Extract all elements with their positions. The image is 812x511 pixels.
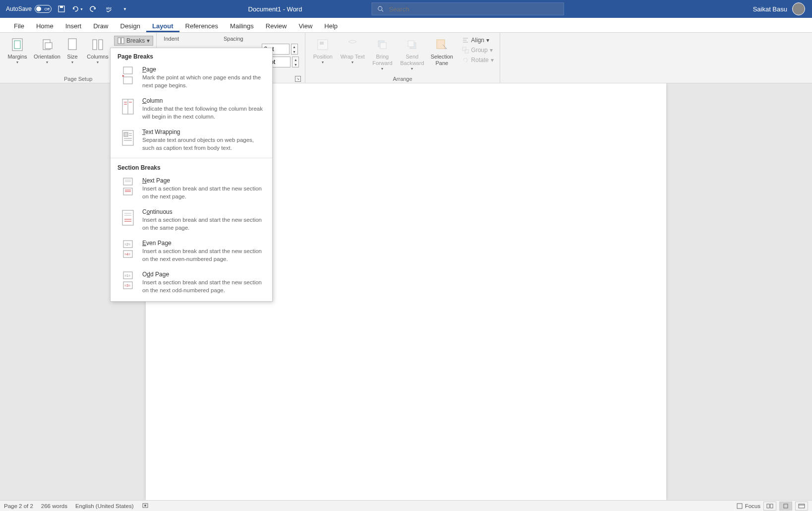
tab-review[interactable]: Review — [260, 19, 293, 32]
position-button: Position▾ — [308, 35, 337, 64]
view-print-layout[interactable] — [779, 502, 792, 511]
spacing-label: Spacing — [224, 36, 243, 42]
macro-recording-button[interactable] — [142, 502, 149, 510]
svg-rect-9 — [68, 39, 76, 50]
svg-rect-24 — [463, 47, 466, 51]
next-page-icon — [120, 177, 135, 196]
align-button[interactable]: Align▾ — [459, 36, 496, 45]
svg-rect-8 — [45, 43, 52, 49]
breaks-button[interactable]: Breaks ▾ — [114, 36, 153, 46]
page-break-icon — [120, 66, 135, 85]
user-name[interactable]: Saikat Basu — [753, 5, 787, 13]
autosave-toggle[interactable]: AutoSave Off — [6, 5, 52, 13]
columns-button[interactable]: Columns▾ — [83, 35, 112, 64]
user-avatar[interactable] — [792, 2, 805, 15]
save-icon — [58, 5, 65, 13]
spin-up[interactable]: ▲ — [291, 44, 297, 49]
document-title: Document1 - Word — [248, 5, 302, 13]
bring-forward-button: Bring Forward▾ — [368, 35, 397, 71]
tab-view[interactable]: View — [292, 19, 318, 32]
svg-text:=1=: =1= — [124, 274, 130, 277]
chevron-down-icon: ▼ — [80, 7, 83, 11]
break-item-continuous[interactable]: ContinuousInsert a section break and sta… — [111, 205, 272, 237]
chevron-down-icon: ▾ — [147, 37, 150, 44]
odd-page-icon: =1==3= — [120, 271, 135, 290]
tab-design[interactable]: Design — [115, 19, 146, 32]
redo-button[interactable] — [87, 3, 99, 15]
undo-button[interactable]: ▼ — [71, 3, 83, 15]
svg-point-59 — [144, 505, 146, 507]
tab-layout[interactable]: Layout — [146, 19, 179, 32]
orientation-button[interactable]: Orientation▾ — [33, 35, 61, 64]
breaks-icon — [117, 37, 124, 44]
tab-draw[interactable]: Draw — [87, 19, 114, 32]
status-language[interactable]: English (United States) — [75, 503, 134, 509]
selection-pane-button[interactable]: Selection Pane — [427, 35, 456, 66]
svg-rect-60 — [737, 504, 742, 509]
spelling-button[interactable]: abc — [103, 3, 115, 15]
svg-rect-11 — [99, 40, 103, 50]
continuous-icon — [120, 208, 135, 227]
svg-rect-45 — [122, 210, 133, 225]
send-backward-icon — [405, 38, 419, 52]
svg-rect-64 — [799, 504, 805, 508]
tab-home[interactable]: Home — [30, 19, 59, 32]
break-item-even-page[interactable]: =2==4= Even PageInsert a section break a… — [111, 237, 272, 268]
search-input[interactable] — [389, 5, 558, 13]
print-layout-icon — [782, 504, 789, 509]
selection-pane-icon — [435, 38, 449, 52]
tab-help[interactable]: Help — [318, 19, 344, 32]
svg-rect-27 — [123, 77, 132, 84]
view-web-layout[interactable] — [795, 502, 808, 511]
svg-rect-13 — [121, 38, 124, 44]
bring-forward-icon — [375, 38, 389, 52]
margins-button[interactable]: Margins▾ — [3, 35, 32, 64]
focus-button[interactable]: Focus — [736, 503, 760, 510]
statusbar: Page 2 of 2 266 words English (United St… — [0, 500, 812, 511]
read-mode-icon — [766, 504, 773, 509]
group-button: Group▾ — [459, 46, 496, 55]
break-item-next-page[interactable]: Next PageInsert a section break and star… — [111, 174, 272, 205]
spin-up[interactable]: ▲ — [292, 57, 298, 62]
group-arrange: Position▾ Wrap Text▾ Bring Forward▾ Send… — [305, 33, 500, 83]
orientation-icon — [40, 38, 54, 52]
toggle-switch-icon[interactable]: Off — [35, 5, 52, 13]
status-page[interactable]: Page 2 of 2 — [4, 503, 33, 509]
break-item-column[interactable]: ColumnIndicate that the text following t… — [111, 94, 272, 126]
record-macro-icon — [142, 502, 149, 509]
svg-rect-19 — [408, 41, 414, 47]
spin-down[interactable]: ▼ — [292, 62, 298, 67]
svg-text:=3=: =3= — [124, 284, 130, 287]
svg-line-4 — [382, 10, 383, 11]
search-icon — [377, 5, 384, 12]
svg-rect-63 — [784, 504, 788, 508]
svg-point-3 — [378, 6, 382, 10]
svg-text:=4=: =4= — [124, 253, 130, 256]
view-read-mode[interactable] — [763, 502, 776, 511]
search-box[interactable] — [371, 2, 564, 15]
svg-rect-10 — [93, 40, 97, 50]
svg-rect-62 — [770, 504, 773, 508]
section-breaks-header: Section Breaks — [111, 159, 272, 174]
position-icon — [316, 38, 330, 52]
spellcheck-icon: abc — [105, 5, 113, 13]
rotate-icon — [462, 57, 469, 64]
size-button[interactable]: Size▾ — [62, 35, 82, 64]
customize-qat-button[interactable]: ▼ — [119, 3, 131, 15]
tab-mailings[interactable]: Mailings — [224, 19, 260, 32]
save-button[interactable] — [56, 3, 67, 15]
wrap-text-icon — [346, 38, 359, 52]
status-words[interactable]: 266 words — [41, 503, 67, 509]
breaks-dropdown-menu: Page Breaks PageMark the point at which … — [110, 48, 273, 302]
break-item-page[interactable]: PageMark the point at which one page end… — [111, 63, 272, 94]
tab-insert[interactable]: Insert — [59, 19, 88, 32]
tab-file[interactable]: File — [8, 19, 30, 32]
margins-icon — [10, 38, 24, 52]
tab-references[interactable]: References — [179, 19, 224, 32]
paragraph-dialog-launcher[interactable]: ↘ — [295, 76, 301, 82]
spin-down[interactable]: ▼ — [291, 49, 297, 54]
undo-icon — [71, 5, 79, 13]
quick-access-toolbar: AutoSave Off ▼ abc ▼ — [0, 3, 131, 15]
break-item-text-wrapping[interactable]: Text WrappingSeparate text around object… — [111, 126, 272, 157]
break-item-odd-page[interactable]: =1==3= Odd PageInsert a section break an… — [111, 268, 272, 299]
